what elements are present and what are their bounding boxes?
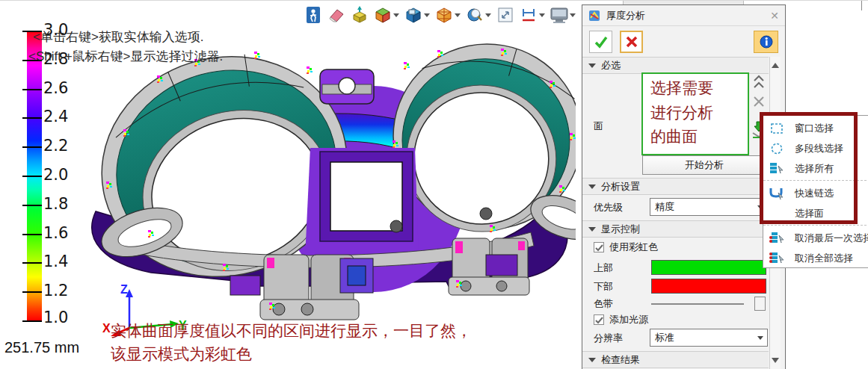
add-light-label: 添加光源 <box>609 313 648 326</box>
scale-label: 2.4 <box>43 108 88 125</box>
measurement-readout: 251.75 mm <box>4 339 79 356</box>
lower-color-swatch[interactable] <box>651 279 766 294</box>
scale-tick <box>22 89 42 90</box>
use-rainbow-checkbox[interactable]: 使用彩虹色 <box>594 241 658 254</box>
dropdown-arrow[interactable] <box>539 13 545 17</box>
annotation-bottom-line1: 实体曲面厚度值以不同的区间进行显示，一目了然， <box>111 320 472 341</box>
menu-item-deselect-last[interactable]: 取消最后一次选择 <box>763 228 868 248</box>
scale-label: 2.6 <box>43 79 88 97</box>
extract-geometry-icon[interactable] <box>350 6 369 25</box>
fit-window-icon[interactable] <box>496 6 514 25</box>
menu-item-label: 取消全部选择 <box>795 252 853 265</box>
thickness-analysis-icon <box>588 10 601 22</box>
priority-value: 精度 <box>655 200 674 214</box>
scale-tick <box>22 262 42 264</box>
menu-item-polyline-select[interactable]: 多段线选择 <box>763 138 868 158</box>
section-analysis-settings-label: 分析设置 <box>601 180 640 193</box>
checkbox-checked-icon[interactable] <box>594 242 604 252</box>
dropdown-arrow[interactable] <box>455 13 461 17</box>
scale-label: 1.6 <box>43 224 88 242</box>
color-band-label: 色带 <box>594 297 613 311</box>
info-icon <box>760 35 773 49</box>
menu-item-label: 选择所有 <box>795 162 834 176</box>
collapse-triangle-icon <box>588 358 596 362</box>
ok-button[interactable] <box>589 31 612 53</box>
dropdown-arrow[interactable] <box>485 13 491 17</box>
section-required[interactable]: 必选 <box>582 57 769 74</box>
clear-selection-x-icon[interactable] <box>751 96 767 108</box>
deselect-all-icon <box>769 252 784 265</box>
scale-tick <box>22 146 42 148</box>
section-display-control[interactable]: 显示控制 <box>582 220 769 238</box>
section-check-results-label: 检查结果 <box>601 353 640 367</box>
annotation-line: 选择需要 <box>650 76 748 101</box>
menu-item-window-select[interactable]: 窗口选择 <box>763 118 868 138</box>
menu-separator <box>763 225 868 226</box>
color-band-slider-track[interactable] <box>651 303 744 305</box>
shaded-view-icon[interactable] <box>373 6 399 25</box>
no-icon <box>769 207 784 220</box>
section-check-results[interactable]: 检查结果 <box>582 351 769 368</box>
scale-tick <box>22 176 42 177</box>
section-analysis-settings[interactable]: 分析设置 <box>582 178 769 195</box>
menu-item-label: 多段线选择 <box>795 142 843 155</box>
scroll-up-icon[interactable] <box>772 63 779 68</box>
scale-label: 2.0 <box>43 166 88 184</box>
measure-distance-icon[interactable] <box>519 6 545 25</box>
section-display-control-label: 显示控制 <box>601 223 640 236</box>
cancel-button[interactable] <box>620 31 643 53</box>
cancel-x-icon <box>625 35 638 49</box>
dropdown-arrow[interactable] <box>393 13 399 17</box>
collapse-triangle-icon <box>588 184 596 189</box>
panel-separator <box>861 1 862 10</box>
priority-dropdown[interactable]: 精度 <box>650 198 768 216</box>
dialog-title: 厚度分析 <box>606 9 645 22</box>
quick-chain-select-icon <box>769 187 784 200</box>
color-band-slider-handle[interactable] <box>754 297 766 311</box>
scale-label: 1.2 <box>43 282 88 300</box>
start-analysis-button[interactable]: 开始分析 <box>642 155 766 175</box>
face-label: 面 <box>594 120 603 133</box>
chevron-down-icon <box>757 336 763 340</box>
menu-item-deselect-all[interactable]: 取消全部选择 <box>763 248 868 268</box>
menu-item-select-face[interactable]: 选择面 <box>763 203 868 223</box>
walkthrough-icon[interactable] <box>304 6 322 25</box>
info-button[interactable] <box>754 31 778 53</box>
view-toolbar <box>304 4 603 25</box>
scale-tick <box>22 234 42 235</box>
collapse-triangle-icon <box>588 63 596 68</box>
check-icon <box>594 35 609 49</box>
annotation-bottom-line2: 该显示模式为彩虹色 <box>111 344 252 365</box>
use-rainbow-label: 使用彩虹色 <box>609 241 658 254</box>
surface-selection-annotation: 选择需要 进行分析 的曲面 <box>641 72 749 155</box>
zoom-search-icon[interactable] <box>465 6 491 25</box>
status-hint-line1: <单击右键>获取实体输入选项. <box>33 28 204 46</box>
eraser-icon[interactable] <box>327 6 345 25</box>
add-light-checkbox[interactable]: 添加光源 <box>594 313 648 326</box>
thickness-analysis-dialog: 厚度分析 ✕ 必选 面 开始分析 分析设置 优先级 精度 <box>582 4 786 369</box>
scale-label: 1.8 <box>43 195 88 213</box>
close-icon[interactable]: ✕ <box>770 10 779 22</box>
scale-label: 2.2 <box>43 137 88 155</box>
scale-label: 1.0 <box>43 308 88 326</box>
dropdown-arrow[interactable] <box>570 13 576 17</box>
menu-item-label: 窗口选择 <box>795 122 834 135</box>
menu-item-label: 取消最后一次选择 <box>795 232 868 245</box>
scroll-down-icon[interactable] <box>772 358 779 363</box>
menu-item-select-all[interactable]: 选择所有 <box>763 158 868 179</box>
checkbox-checked-icon[interactable] <box>594 314 604 325</box>
priority-label: 优先级 <box>594 201 623 214</box>
select-all-icon <box>769 162 784 176</box>
deselect-last-icon <box>769 232 784 245</box>
collapse-triangle-icon <box>588 227 596 232</box>
resolution-label: 分辨率 <box>594 332 623 345</box>
wireframe-view-icon[interactable] <box>434 6 461 25</box>
double-chevron-up-icon[interactable] <box>751 75 767 90</box>
menu-item-quick-chain-select[interactable]: 快速链选 <box>763 183 868 203</box>
display-mode-icon[interactable] <box>550 6 576 25</box>
orient-view-icon[interactable] <box>404 6 430 25</box>
resolution-dropdown[interactable]: 标准 <box>650 329 768 347</box>
dialog-title-bar[interactable]: 厚度分析 ✕ <box>582 5 785 26</box>
dropdown-arrow[interactable] <box>424 13 430 17</box>
upper-color-swatch[interactable] <box>651 260 766 275</box>
